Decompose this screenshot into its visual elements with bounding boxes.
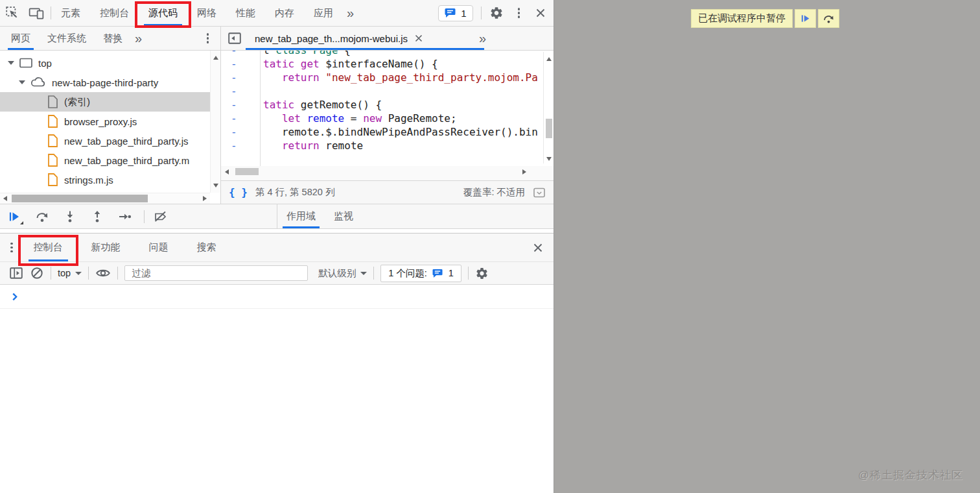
resume-script-icon[interactable] — [8, 210, 21, 223]
editor-vertical-scrollbar[interactable] — [543, 52, 554, 163]
tab-network[interactable]: 网络 — [187, 0, 226, 26]
live-expression-eye-icon[interactable] — [95, 267, 111, 280]
tree-item-label: new_tab_page_third_party.js — [64, 136, 189, 147]
tab-performance[interactable]: 性能 — [226, 0, 265, 26]
tab-label: 内存 — [275, 7, 294, 19]
console-body[interactable] — [0, 285, 554, 493]
code-line: let remote = new PageRemote; — [263, 112, 542, 125]
drawer-tab-search[interactable]: 搜索 — [187, 234, 227, 261]
step-out-icon[interactable] — [91, 210, 104, 223]
gutter-line-mark[interactable]: - — [231, 51, 260, 57]
gutter-line-mark[interactable]: - — [231, 125, 260, 139]
code-editor[interactable]: -------- t class Page {tatic get $interf… — [221, 51, 554, 166]
console-settings-gear-icon[interactable] — [475, 267, 489, 280]
console-sidebar-icon[interactable] — [9, 266, 23, 280]
tab-elements[interactable]: 元素 — [51, 0, 90, 26]
toolbar-separator — [481, 6, 482, 19]
log-level-value: 默认级别 — [318, 267, 356, 280]
tab-memory[interactable]: 内存 — [265, 0, 304, 26]
tree-item-index[interactable]: (索引) — [0, 92, 220, 112]
coverage-drawer-icon[interactable] — [533, 187, 546, 198]
tab-scope[interactable]: 作用域 — [277, 204, 325, 228]
editor-status-bar: { } 第 4 行, 第 5820 列 覆盖率: 不适用 — [221, 180, 554, 204]
editor-tab[interactable]: new_tab_page_th...mojom-webui.js — [246, 27, 466, 50]
tree-item-new-tab-page-m[interactable]: new_tab_page_third_party.m — [0, 150, 211, 170]
more-editor-tabs-icon[interactable]: » — [475, 32, 490, 45]
gutter-line-mark[interactable]: - — [231, 98, 260, 112]
gutter-line-mark[interactable]: - — [231, 71, 260, 84]
tab-application[interactable]: 应用 — [304, 0, 343, 26]
scrollbar-thumb[interactable] — [12, 195, 148, 202]
tab-label: 监视 — [334, 210, 353, 222]
toolbar-separator — [51, 267, 51, 280]
console-prompt[interactable] — [0, 285, 554, 309]
tab-label: 源代码 — [148, 7, 178, 19]
navigator-menu-kebab-icon[interactable] — [203, 30, 213, 46]
inspect-element-icon[interactable] — [5, 6, 19, 20]
toolbar-separator — [88, 267, 89, 280]
tab-watch[interactable]: 监视 — [325, 204, 362, 228]
scrollbar-thumb[interactable] — [546, 119, 552, 138]
tree-vertical-scrollbar[interactable] — [210, 51, 220, 193]
scroll-up-arrow[interactable] — [546, 57, 552, 61]
cloud-icon — [30, 76, 47, 89]
navigator-tab-page[interactable]: 网页 — [3, 27, 39, 50]
main-menu-kebab-icon[interactable] — [514, 5, 524, 21]
filter-input[interactable] — [124, 265, 308, 281]
gutter-line-mark[interactable]: - — [231, 57, 260, 71]
navigator-tab-filesystem[interactable]: 文件系统 — [39, 27, 95, 50]
issues-badge[interactable]: 1 — [438, 5, 472, 21]
scroll-down-arrow[interactable] — [546, 157, 552, 161]
close-drawer-icon[interactable] — [531, 241, 544, 254]
navigator-tab-overrides[interactable]: 替换 — [95, 27, 131, 50]
scroll-left-arrow[interactable] — [225, 169, 229, 174]
tree-item-new-tab-page-js[interactable]: new_tab_page_third_party.js — [0, 131, 211, 150]
gutter-line-mark[interactable]: - — [231, 84, 260, 98]
tree-item-origin[interactable]: new-tab-page-third-party — [0, 73, 211, 92]
scroll-right-arrow[interactable] — [522, 169, 526, 174]
drawer-tab-issues[interactable]: 问题 — [139, 234, 179, 261]
tree-item-strings[interactable]: strings.m.js — [0, 170, 211, 189]
gutter-line-mark[interactable]: - — [231, 139, 260, 152]
main-toolbar: 元素 控制台 源代码 网络 性能 内存 应用 » 1 — [0, 0, 554, 27]
tree-horizontal-scrollbar[interactable] — [0, 193, 210, 204]
tree-item-top-frame[interactable]: top — [0, 53, 211, 73]
drawer-tab-console[interactable]: 控制台 — [23, 234, 73, 261]
step-over-icon[interactable] — [35, 210, 49, 223]
step-icon[interactable] — [118, 210, 132, 223]
more-navigator-tabs-icon[interactable]: » — [131, 32, 146, 45]
code-gutter: -------- — [221, 51, 260, 166]
more-tabs-icon[interactable]: » — [343, 6, 358, 19]
clear-console-icon[interactable] — [30, 266, 44, 280]
tree-item-label: top — [38, 58, 52, 69]
expand-arrow-icon[interactable] — [8, 61, 14, 65]
toast-step-over-button[interactable] — [818, 9, 839, 28]
hide-navigator-icon[interactable] — [228, 31, 242, 45]
close-tab-icon[interactable] — [414, 34, 423, 43]
editor-horizontal-scrollbar[interactable] — [221, 166, 554, 180]
tab-console[interactable]: 控制台 — [90, 0, 139, 26]
gutter-line-mark[interactable]: - — [231, 112, 260, 125]
scroll-left-arrow[interactable] — [3, 196, 7, 201]
tab-sources[interactable]: 源代码 — [139, 0, 187, 26]
pretty-print-icon[interactable]: { } — [229, 186, 248, 198]
step-into-icon[interactable] — [64, 210, 76, 223]
code-line: t class Page { — [263, 51, 542, 57]
scroll-down-arrow[interactable] — [213, 184, 218, 187]
log-level-selector[interactable]: 默认级别 — [318, 267, 367, 280]
scrollbar-thumb[interactable] — [235, 168, 259, 175]
deactivate-breakpoints-icon[interactable] — [154, 210, 168, 223]
scroll-right-arrow[interactable] — [203, 196, 207, 201]
file-icon-orange — [47, 173, 59, 187]
scroll-up-arrow[interactable] — [213, 56, 218, 60]
settings-gear-icon[interactable] — [489, 6, 504, 20]
tree-item-browser-proxy[interactable]: browser_proxy.js — [0, 112, 211, 131]
context-selector[interactable]: top — [58, 268, 82, 278]
close-devtools-icon[interactable] — [534, 6, 547, 19]
device-toolbar-icon[interactable] — [29, 6, 44, 20]
expand-arrow-icon[interactable] — [19, 80, 25, 84]
toast-resume-button[interactable] — [795, 9, 816, 28]
drawer-menu-kebab-icon[interactable] — [6, 240, 17, 256]
drawer-tab-whats-new[interactable]: 新功能 — [81, 234, 131, 261]
issues-counter[interactable]: 1 个问题: 1 — [380, 265, 461, 282]
